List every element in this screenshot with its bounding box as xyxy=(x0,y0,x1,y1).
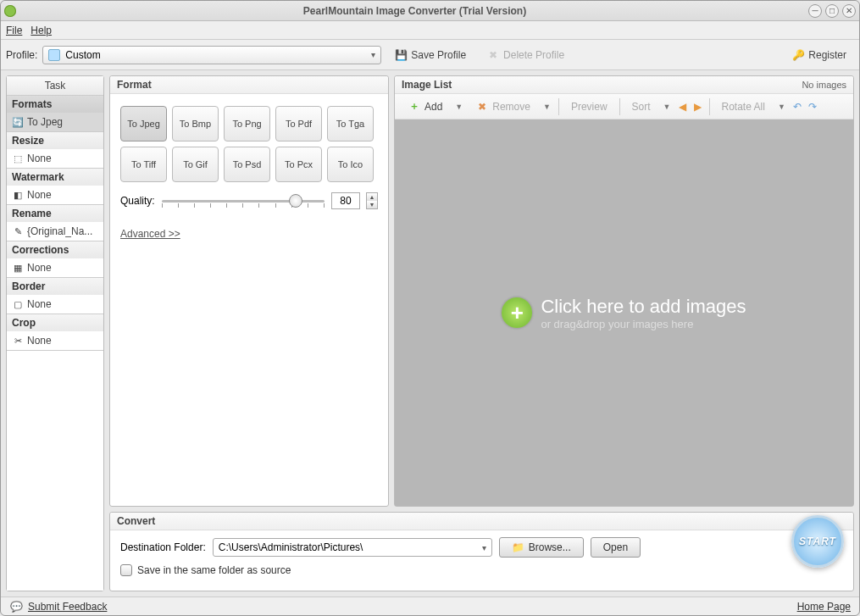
task-head: Watermark xyxy=(7,169,103,186)
start-button[interactable]: START xyxy=(791,515,844,568)
remove-dropdown[interactable]: ▼ xyxy=(540,103,554,111)
feedback-icon: 💬 xyxy=(9,600,23,613)
minimize-button[interactable]: ─ xyxy=(808,4,822,18)
imagelist-toolbar: ＋ Add ▼ ✖ Remove ▼ Preview Sort ▼ ◀ ▶ xyxy=(395,94,853,119)
add-dropdown[interactable]: ▼ xyxy=(452,103,466,111)
home-page-link[interactable]: Home Page xyxy=(797,601,851,613)
task-head: Formats xyxy=(7,96,103,113)
titlebar: PearlMountain Image Converter (Trial Ver… xyxy=(1,1,859,21)
corrections-icon: ▦ xyxy=(12,262,24,274)
advanced-link[interactable]: Advanced >> xyxy=(120,228,378,240)
arrow-left-icon[interactable]: ◀ xyxy=(676,100,690,114)
imagelist-dropzone[interactable]: + Click here to add images or drag&drop … xyxy=(395,119,853,506)
task-group-border[interactable]: Border▢None xyxy=(7,278,103,314)
format-panel: Format To JpegTo BmpTo PngTo PdfTo TgaTo… xyxy=(109,75,389,507)
task-panel-title: Task xyxy=(7,76,103,96)
task-head: Border xyxy=(7,278,103,295)
delete-profile-button[interactable]: ✖ Delete Profile xyxy=(479,44,572,66)
same-folder-label: Save in the same folder as source xyxy=(137,564,291,576)
format-to-jpeg[interactable]: To Jpeg xyxy=(120,106,167,142)
format-to-tga[interactable]: To Tga xyxy=(327,106,374,142)
big-plus-icon: + xyxy=(502,297,532,328)
folder-icon: 📁 xyxy=(512,541,525,554)
floppy-icon: 💾 xyxy=(394,48,408,62)
dropzone-text-main: Click here to add images xyxy=(541,296,746,318)
resize-icon: ⬚ xyxy=(12,153,24,164)
convert-title: Convert xyxy=(117,515,155,527)
refresh-icon: 🔄 xyxy=(12,116,24,128)
profile-select[interactable]: Custom xyxy=(42,46,381,64)
task-head: Resize xyxy=(7,132,103,149)
imagelist-panel: Image List No images ＋ Add ▼ ✖ Remove ▼ xyxy=(394,75,854,507)
submit-feedback-link[interactable]: Submit Feedback xyxy=(28,601,107,613)
same-folder-checkbox[interactable] xyxy=(120,564,132,576)
crop-icon: ✂ xyxy=(12,335,24,347)
task-value[interactable]: ◧None xyxy=(7,186,103,204)
task-value[interactable]: ▢None xyxy=(7,295,103,314)
remove-button[interactable]: ✖ Remove xyxy=(468,97,538,117)
sort-button[interactable]: Sort xyxy=(624,97,658,117)
profile-icon xyxy=(48,49,60,61)
task-value[interactable]: 🔄To Jpeg xyxy=(7,113,103,131)
rotate-left-icon[interactable]: ↶ xyxy=(791,100,804,114)
format-to-tiff[interactable]: To Tiff xyxy=(120,147,167,182)
browse-button[interactable]: 📁 Browse... xyxy=(499,537,584,558)
format-to-psd[interactable]: To Psd xyxy=(224,147,270,182)
task-value[interactable]: ✂None xyxy=(7,331,103,350)
task-head: Rename xyxy=(7,205,103,222)
statusbar: 💬 Submit Feedback Home Page xyxy=(1,597,859,615)
save-profile-button[interactable]: 💾 Save Profile xyxy=(386,44,474,66)
task-group-watermark[interactable]: Watermark◧None xyxy=(7,169,103,205)
menubar: File Help xyxy=(1,21,859,40)
menu-file[interactable]: File xyxy=(6,25,22,36)
task-value[interactable]: ▦None xyxy=(7,258,103,277)
rotate-all-button[interactable]: Rotate All xyxy=(714,97,773,117)
format-to-bmp[interactable]: To Bmp xyxy=(172,106,219,142)
maximize-button[interactable]: □ xyxy=(825,4,839,18)
task-head: Crop xyxy=(7,314,103,331)
quality-label: Quality: xyxy=(120,195,155,207)
toolbar: Profile: Custom 💾 Save Profile ✖ Delete … xyxy=(1,40,859,70)
arrow-right-icon[interactable]: ▶ xyxy=(691,100,705,114)
plus-icon: ＋ xyxy=(408,100,421,114)
task-group-rename[interactable]: Rename✎{Original_Na... xyxy=(7,205,103,241)
open-button[interactable]: Open xyxy=(591,537,641,558)
task-value[interactable]: ⬚None xyxy=(7,149,103,168)
delete-icon: ✖ xyxy=(486,48,500,62)
border-icon: ▢ xyxy=(12,298,24,310)
add-button[interactable]: ＋ Add xyxy=(400,97,450,117)
task-head: Corrections xyxy=(7,241,103,258)
register-button[interactable]: 🔑 Register xyxy=(784,44,854,66)
profile-value: Custom xyxy=(65,49,100,61)
format-to-pcx[interactable]: To Pcx xyxy=(275,147,322,182)
watermark-icon: ◧ xyxy=(12,189,24,201)
menu-help[interactable]: Help xyxy=(31,25,52,36)
imagelist-title: Image List xyxy=(402,79,452,91)
destination-input[interactable]: C:\Users\Administrator\Pictures\ xyxy=(213,538,492,557)
x-icon: ✖ xyxy=(475,100,489,114)
format-to-png[interactable]: To Png xyxy=(224,106,270,142)
quality-input[interactable] xyxy=(331,192,360,209)
format-to-ico[interactable]: To Ico xyxy=(327,147,374,182)
close-button[interactable]: ✕ xyxy=(842,4,856,18)
quality-spinner[interactable]: ▲▼ xyxy=(366,192,378,209)
app-logo-icon xyxy=(4,5,16,17)
task-group-crop[interactable]: Crop✂None xyxy=(7,314,103,351)
task-group-corrections[interactable]: Corrections▦None xyxy=(7,241,103,278)
pencil-icon: ✎ xyxy=(12,225,24,237)
task-group-formats[interactable]: Formats🔄To Jpeg xyxy=(7,96,103,132)
convert-panel: Convert Destination Folder: C:\Users\Adm… xyxy=(109,512,854,591)
dropzone-text-sub: or drag&drop your images here xyxy=(541,318,746,330)
task-group-resize[interactable]: Resize⬚None xyxy=(7,132,103,169)
rotate-right-icon[interactable]: ↷ xyxy=(806,100,819,114)
quality-slider[interactable] xyxy=(162,192,325,209)
rotate-dropdown[interactable]: ▼ xyxy=(774,103,789,111)
task-value[interactable]: ✎{Original_Na... xyxy=(7,222,103,241)
key-icon: 🔑 xyxy=(791,48,805,62)
format-to-gif[interactable]: To Gif xyxy=(172,147,219,182)
sort-dropdown[interactable]: ▼ xyxy=(660,103,674,111)
task-panel: Task Formats🔄To JpegResize⬚NoneWatermark… xyxy=(6,75,104,591)
format-to-pdf[interactable]: To Pdf xyxy=(275,106,322,142)
preview-button[interactable]: Preview xyxy=(563,97,615,117)
window-title: PearlMountain Image Converter (Trial Ver… xyxy=(21,5,808,17)
